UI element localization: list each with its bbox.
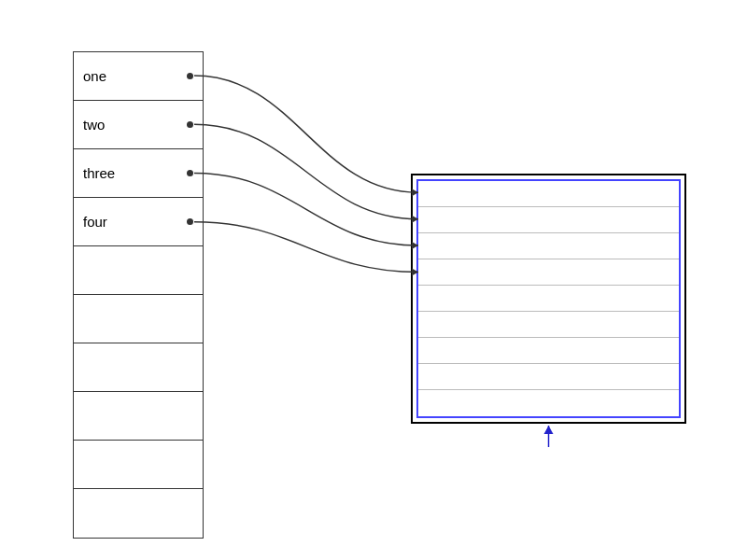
list-view-row-1 <box>418 181 679 207</box>
model-row-6 <box>74 295 203 343</box>
list-view-row-8 <box>418 364 679 390</box>
list-view-row-7 <box>418 338 679 364</box>
model-row-dot-3 <box>187 170 193 176</box>
model-row-10 <box>74 489 203 538</box>
diagram: onetwothreefour <box>0 0 747 560</box>
list-view-row-4 <box>418 259 679 286</box>
curve-2 <box>194 124 418 218</box>
model-row-8 <box>74 392 203 441</box>
model-row-label-4: four <box>83 214 107 230</box>
model-row-4: four <box>74 198 203 246</box>
list-view-row-9 <box>418 390 679 416</box>
list-view-row-6 <box>418 312 679 338</box>
list-view-outer <box>411 174 686 424</box>
model-row-label-2: two <box>83 117 105 133</box>
model-row-2: two <box>74 101 203 149</box>
model-row-dot-1 <box>187 73 193 79</box>
list-view-row-2 <box>418 207 679 233</box>
model-row-7 <box>74 343 203 392</box>
model-row-dot-2 <box>187 121 193 128</box>
item-arrow-head <box>544 426 554 434</box>
model-row-label-1: one <box>83 68 106 84</box>
list-view-container <box>411 168 686 424</box>
curve-4 <box>194 222 418 273</box>
model-list: onetwothreefour <box>73 51 204 539</box>
curve-3 <box>194 174 418 246</box>
list-view-inner <box>416 179 681 418</box>
model-row-1: one <box>74 52 203 101</box>
list-view-row-3 <box>418 233 679 259</box>
model-row-5 <box>74 246 203 295</box>
model-row-9 <box>74 441 203 489</box>
model-row-dot-4 <box>187 218 193 225</box>
list-view-row-5 <box>418 286 679 312</box>
model-row-label-3: three <box>83 165 115 181</box>
model-row-3: three <box>74 149 203 198</box>
curve-1 <box>194 76 418 192</box>
